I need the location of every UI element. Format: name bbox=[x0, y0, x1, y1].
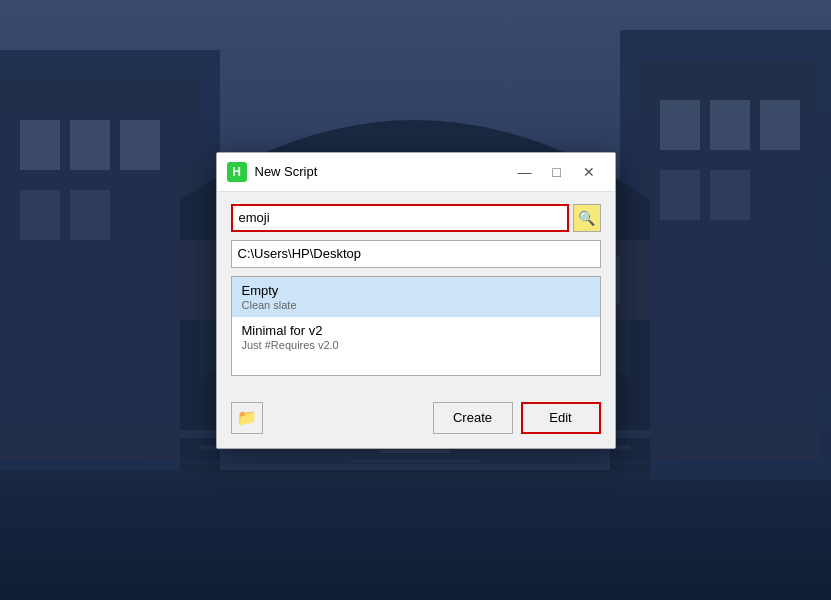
new-script-dialog: H New Script — □ ✕ 🔍 bbox=[216, 152, 616, 449]
minimize-button[interactable]: — bbox=[511, 161, 539, 183]
dialog-body: 🔍 Empty Clean slate Minimal for v2 Just … bbox=[217, 192, 615, 402]
template-item-empty[interactable]: Empty Clean slate bbox=[232, 277, 600, 317]
app-icon: H bbox=[227, 162, 247, 182]
search-button[interactable]: 🔍 bbox=[573, 204, 601, 232]
dialog-overlay: H New Script — □ ✕ 🔍 bbox=[0, 0, 831, 600]
template-name: Empty bbox=[242, 283, 590, 298]
create-button[interactable]: Create bbox=[433, 402, 513, 434]
template-item-minimal[interactable]: Minimal for v2 Just #Requires v2.0 bbox=[232, 317, 600, 357]
footer-buttons: Create Edit bbox=[433, 402, 601, 434]
dialog-footer: 📁 Create Edit bbox=[217, 402, 615, 448]
folder-icon: 📁 bbox=[237, 408, 257, 427]
footer-left: 📁 bbox=[231, 402, 263, 434]
dialog-titlebar: H New Script — □ ✕ bbox=[217, 153, 615, 192]
search-icon: 🔍 bbox=[578, 210, 595, 226]
path-input[interactable] bbox=[231, 240, 601, 268]
window-controls: — □ ✕ bbox=[511, 161, 603, 183]
search-input[interactable] bbox=[231, 204, 569, 232]
template-list: Empty Clean slate Minimal for v2 Just #R… bbox=[231, 276, 601, 376]
template-name: Minimal for v2 bbox=[242, 323, 590, 338]
folder-button[interactable]: 📁 bbox=[231, 402, 263, 434]
template-desc: Just #Requires v2.0 bbox=[242, 339, 590, 351]
close-button[interactable]: ✕ bbox=[575, 161, 603, 183]
template-desc: Clean slate bbox=[242, 299, 590, 311]
edit-button[interactable]: Edit bbox=[521, 402, 601, 434]
dialog-title: New Script bbox=[255, 164, 503, 179]
search-row: 🔍 bbox=[231, 204, 601, 232]
maximize-button[interactable]: □ bbox=[543, 161, 571, 183]
